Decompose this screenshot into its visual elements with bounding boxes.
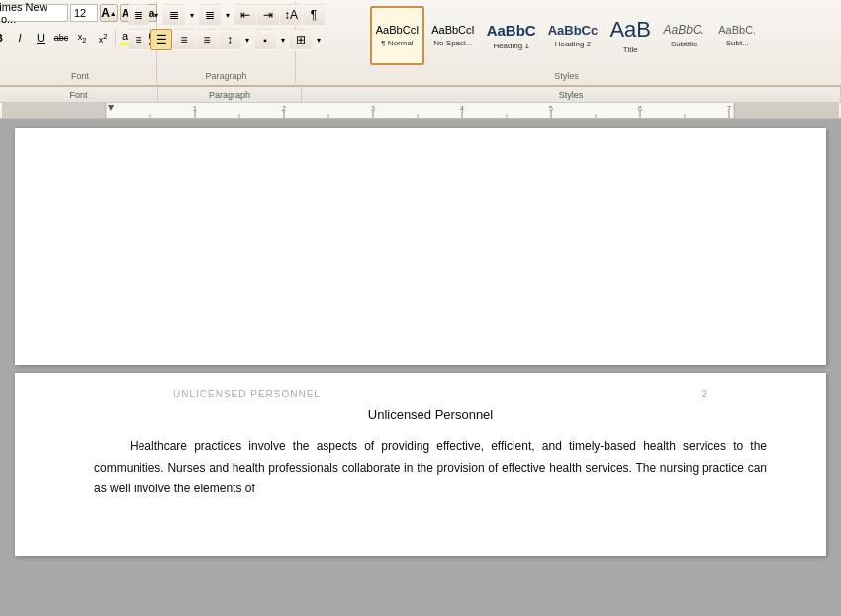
style-nospacing-button[interactable]: AaBbCcI No Spaci... — [426, 6, 479, 65]
svg-rect-0 — [2, 103, 106, 119]
svg-text:2: 2 — [282, 105, 286, 112]
style-heading2-preview: AaBbCc — [548, 23, 599, 39]
ruler-svg: 1 2 3 4 5 6 7 — [2, 103, 839, 119]
align-left-button[interactable]: ≡ — [128, 29, 149, 50]
grow-font-icon: A — [101, 6, 110, 20]
style-subtitle-preview: AaBbC. — [664, 23, 704, 37]
svg-rect-1 — [734, 103, 839, 119]
styles-section-label: Styles — [296, 71, 837, 81]
page-header-num: 2 — [701, 389, 707, 399]
multilevel-dropdown[interactable]: ▾ — [222, 4, 234, 26]
page-header: UNLICENSED PERSONNEL 2 — [94, 383, 767, 403]
page-2: UNLICENSED PERSONNEL 2 Unlicensed Person… — [15, 373, 826, 556]
styles-section: AaBbCcI ¶ Normal AaBbCcI No Spaci... AaB… — [296, 2, 837, 83]
svg-text:5: 5 — [549, 105, 553, 112]
line-spacing-dropdown[interactable]: ▾ — [241, 29, 253, 50]
underline-button[interactable]: U — [31, 28, 50, 47]
style-heading1-label: Heading 1 — [493, 42, 528, 50]
justify-button[interactable]: ≡ — [196, 29, 218, 50]
svg-text:1: 1 — [193, 105, 197, 112]
style-normal-button[interactable]: AaBbCcI ¶ Normal — [370, 6, 424, 65]
numbering-dropdown[interactable]: ▾ — [186, 4, 198, 26]
font-size-input[interactable]: 12 — [70, 4, 98, 22]
style-subtle-preview: AaBbC. — [718, 24, 756, 37]
ribbon: Times New Ro... 12 A▲ A▼ Aa B I — [0, 0, 841, 87]
style-subtitle-button[interactable]: AaBbC. Subtitle — [658, 6, 709, 65]
strikethrough-button[interactable]: abc — [51, 28, 71, 47]
paragraph-label: Paragraph — [158, 87, 302, 102]
shading-button[interactable]: ▪ — [254, 29, 276, 50]
svg-text:6: 6 — [638, 105, 642, 112]
style-nospacing-label: No Spaci... — [433, 39, 472, 47]
decrease-indent-button[interactable]: ⇤ — [234, 4, 256, 26]
subscript-button[interactable]: x2 — [72, 28, 92, 47]
numbering-button[interactable]: ≣ — [163, 4, 185, 26]
align-right-button[interactable]: ≡ — [173, 29, 195, 50]
section-labels-bar: Font Paragraph Styles — [0, 87, 841, 103]
style-title-preview: AaB — [609, 17, 651, 43]
paragraph-section: ≣ ▾ ≣ ▾ ≣ ▾ ⇤ ⇥ ↕A ¶ ≡ ☰ ≡ ≡ ↕ — [157, 2, 296, 83]
paragraph-1: Healthcare practices involve the aspects… — [94, 436, 767, 500]
style-normal-preview: AaBbCcI — [376, 24, 419, 37]
bullets-dropdown[interactable]: ▾ — [150, 4, 162, 26]
style-normal-label: ¶ Normal — [381, 39, 413, 47]
style-heading1-button[interactable]: AaBbC Heading 1 — [482, 6, 541, 65]
bold-button[interactable]: B — [0, 28, 9, 47]
style-subtle-label: Subt... — [726, 39, 749, 47]
font-label: Font — [0, 87, 158, 102]
multilevel-button[interactable]: ≣ — [199, 4, 221, 26]
line-spacing-button[interactable]: ↕ — [219, 29, 240, 50]
svg-text:7: 7 — [727, 105, 731, 112]
font-name-input[interactable]: Times New Ro... — [0, 4, 68, 22]
document-body: Healthcare practices involve the aspects… — [94, 436, 767, 500]
shading-dropdown[interactable]: ▾ — [277, 29, 289, 50]
styles-label: Styles — [302, 87, 841, 102]
superscript-button[interactable]: x2 — [93, 28, 113, 47]
page-1 — [15, 128, 826, 365]
style-heading2-button[interactable]: AaBbCc Heading 2 — [543, 6, 604, 65]
page-header-text: UNLICENSED PERSONNEL — [173, 389, 321, 399]
styles-row: AaBbCcI ¶ Normal AaBbCcI No Spaci... AaB… — [370, 4, 763, 79]
document-title: Unlicensed Personnel — [94, 407, 767, 422]
style-title-button[interactable]: AaB Title — [605, 6, 656, 65]
paragraph-section-label: Paragraph — [157, 71, 295, 81]
bullets-button[interactable]: ≣ — [128, 4, 149, 26]
ruler-inner: 1 2 3 4 5 6 7 — [0, 103, 841, 119]
style-heading1-preview: AaBbC — [487, 22, 536, 40]
ruler: 1 2 3 4 5 6 7 — [0, 103, 841, 119]
italic-button[interactable]: I — [10, 28, 30, 47]
svg-text:4: 4 — [460, 105, 464, 112]
document-area: UNLICENSED PERSONNEL 2 Unlicensed Person… — [0, 120, 841, 616]
align-center-button[interactable]: ☰ — [150, 29, 172, 50]
style-nospacing-preview: AaBbCcI — [431, 24, 474, 37]
style-title-label: Title — [623, 45, 638, 54]
style-heading2-label: Heading 2 — [555, 40, 591, 48]
increase-indent-button[interactable]: ⇥ — [257, 4, 279, 26]
grow-font-button[interactable]: A▲ — [100, 4, 118, 22]
svg-text:3: 3 — [371, 105, 375, 112]
toolbar: Times New Ro... 12 A▲ A▼ Aa B I — [0, 0, 841, 120]
style-subtle-button[interactable]: AaBbC. Subt... — [711, 6, 763, 65]
style-subtitle-label: Subtitle — [671, 40, 698, 48]
